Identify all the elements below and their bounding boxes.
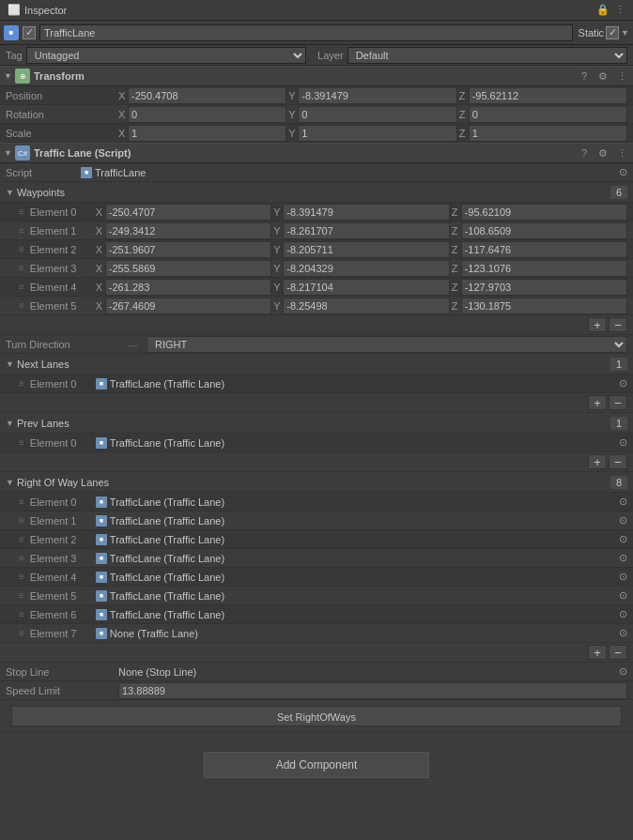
drag-handle[interactable]: ≡ (19, 590, 24, 601)
position-z-input[interactable] (469, 87, 627, 104)
drag-handle[interactable]: ≡ (19, 225, 24, 236)
next-lanes-plus-btn[interactable]: + (588, 395, 607, 410)
menu-icon[interactable]: ⋮ (615, 4, 625, 16)
prev-lanes-minus-btn[interactable]: − (609, 454, 627, 469)
drag-handle[interactable]: ≡ (19, 553, 24, 563)
lock-icon[interactable]: 🔒 (596, 4, 610, 16)
set-rights-button[interactable]: Set RightOfWays (11, 706, 622, 726)
script-section-header[interactable]: ▼ C# Traffic Lane (Script) ? ⚙ ⋮ (0, 143, 633, 163)
ref-target-icon[interactable]: ⊙ (619, 608, 627, 620)
ref-icon: ■ (96, 515, 107, 527)
element-y-input[interactable] (283, 260, 449, 277)
element-z-input[interactable] (461, 241, 627, 258)
next-lanes-header[interactable]: ▼ Next Lanes 1 (0, 354, 633, 374)
element-z-input[interactable] (461, 279, 627, 296)
scale-y-input[interactable] (298, 125, 456, 142)
ref-name: TrafficLane (Traffic Lane) (110, 572, 224, 583)
script-help-icon[interactable]: ? (577, 147, 592, 159)
drag-handle[interactable]: ≡ (19, 378, 24, 389)
transform-section-header[interactable]: ▼ ⊕ Transform ? ⚙ ⋮ (0, 66, 633, 86)
drag-handle[interactable]: ≡ (19, 572, 24, 582)
ref-target-icon[interactable]: ⊙ (619, 552, 627, 564)
element-x-input[interactable] (105, 298, 271, 314)
list-item: ≡ Element 5 ■ TrafficLane (Traffic Lane)… (0, 587, 633, 605)
ref-target-icon[interactable]: ⊙ (619, 627, 627, 639)
element-z-input[interactable] (461, 222, 627, 239)
element-z-input[interactable] (461, 260, 627, 277)
transform-menu-icon[interactable]: ⋮ (614, 70, 629, 83)
waypoints-plus-btn[interactable]: + (588, 317, 607, 332)
drag-handle[interactable]: ≡ (19, 515, 24, 526)
ref-target-icon[interactable]: ⊙ (619, 436, 627, 449)
static-checkbox[interactable]: ✓ (606, 26, 619, 39)
layer-select[interactable]: Default (347, 47, 627, 64)
drag-handle[interactable]: ≡ (19, 244, 24, 254)
prev-lanes-header[interactable]: ▼ Prev Lanes 1 (0, 413, 633, 434)
rotation-x-input[interactable] (128, 106, 286, 123)
element-x-input[interactable] (105, 222, 271, 239)
ref-target-icon[interactable]: ⊙ (619, 377, 627, 389)
drag-handle[interactable]: ≡ (19, 263, 24, 273)
turn-direction-row: Turn Direction — RIGHT LEFT STRAIGHT (0, 335, 633, 354)
scale-z-input[interactable] (469, 125, 627, 142)
script-target-icon[interactable]: ⊙ (619, 166, 627, 178)
drag-handle[interactable]: ≡ (19, 300, 24, 311)
element-y-input[interactable] (283, 298, 449, 314)
element-x-input[interactable] (105, 241, 271, 258)
script-menu-icon[interactable]: ⋮ (614, 147, 629, 160)
tag-select[interactable]: Untagged (26, 47, 306, 64)
row-lanes-count: 8 (610, 476, 627, 489)
waypoints-minus-btn[interactable]: − (609, 317, 627, 332)
element-y-input[interactable] (283, 279, 449, 296)
row-lanes-minus-btn[interactable]: − (609, 645, 627, 660)
element-label: Element 7 (30, 628, 96, 639)
prev-lanes-plus-btn[interactable]: + (588, 454, 607, 469)
element-x-input[interactable] (105, 279, 271, 296)
element-z-input[interactable] (461, 298, 627, 314)
drag-handle[interactable]: ≡ (19, 437, 24, 448)
add-component-button[interactable]: Add Component (204, 752, 429, 778)
element-z-input[interactable] (461, 204, 627, 221)
rotation-y-input[interactable] (298, 106, 456, 123)
drag-handle[interactable]: ≡ (19, 609, 24, 619)
transform-help-icon[interactable]: ? (577, 70, 592, 82)
drag-handle[interactable]: ≡ (19, 534, 24, 544)
element-x-input[interactable] (105, 204, 271, 221)
position-y-letter: Y (288, 90, 298, 101)
position-x-input[interactable] (128, 87, 286, 104)
static-dropdown-arrow[interactable]: ▼ (621, 28, 629, 38)
element-y-input[interactable] (283, 241, 449, 258)
object-enabled-checkbox[interactable]: ✓ (23, 26, 36, 39)
row-lanes-plus-minus: + − (0, 643, 633, 663)
scale-x-input[interactable] (128, 125, 286, 142)
waypoints-header[interactable]: ▼ Waypoints 6 (0, 182, 633, 203)
position-y-input[interactable] (298, 87, 456, 104)
drag-handle[interactable]: ≡ (19, 206, 24, 217)
script-file-icon: ■ (81, 167, 92, 178)
rotation-y-letter: Y (288, 109, 298, 120)
row-lanes-plus-btn[interactable]: + (588, 645, 607, 660)
stop-line-target-icon[interactable]: ⊙ (619, 665, 627, 678)
script-settings-icon[interactable]: ⚙ (595, 147, 610, 160)
speed-limit-input[interactable] (118, 682, 627, 699)
rotation-z-input[interactable] (469, 106, 627, 123)
object-name-input[interactable] (39, 24, 573, 41)
ref-target-icon[interactable]: ⊙ (619, 571, 627, 583)
drag-handle[interactable]: ≡ (19, 496, 24, 507)
row-lanes-header[interactable]: ▼ Right Of Way Lanes 8 (0, 472, 633, 493)
ref-target-icon[interactable]: ⊙ (619, 589, 627, 602)
ref-target-icon[interactable]: ⊙ (619, 514, 627, 527)
drag-handle[interactable]: ≡ (19, 628, 24, 638)
next-lanes-label: Next Lanes (17, 359, 610, 370)
turn-direction-select[interactable]: RIGHT LEFT STRAIGHT (147, 336, 627, 353)
ref-name: TrafficLane (Traffic Lane) (110, 437, 224, 449)
stop-line-label: Stop Line (6, 666, 118, 678)
element-x-input[interactable] (105, 260, 271, 277)
transform-settings-icon[interactable]: ⚙ (595, 70, 610, 83)
element-y-input[interactable] (283, 204, 449, 221)
ref-target-icon[interactable]: ⊙ (619, 496, 627, 508)
ref-target-icon[interactable]: ⊙ (619, 533, 627, 545)
drag-handle[interactable]: ≡ (19, 282, 24, 292)
next-lanes-minus-btn[interactable]: − (609, 395, 627, 410)
element-y-input[interactable] (283, 222, 449, 239)
